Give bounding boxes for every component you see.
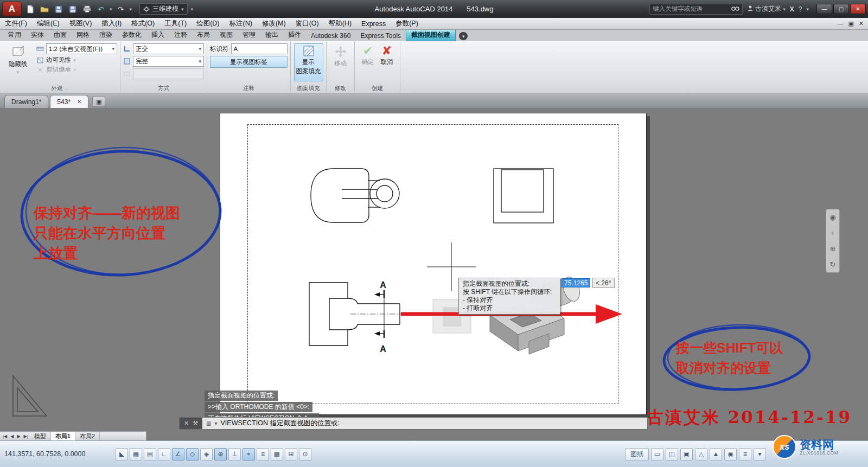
minimize-button[interactable]: — <box>816 4 832 14</box>
menu-parametric[interactable]: 参数(P) <box>391 18 423 29</box>
ribbon-tab-autodesk360[interactable]: Autodesk 360 <box>306 31 355 41</box>
annotation-scale-icon[interactable]: △ <box>695 448 707 460</box>
grid-toggle[interactable]: ▤ <box>144 448 156 460</box>
menu-dimension[interactable]: 标注(N) <box>225 18 257 29</box>
ui-lock-icon[interactable]: ≡ <box>739 448 751 460</box>
layout-nav-first-icon[interactable]: |◀ <box>1 434 9 439</box>
doc-close-icon[interactable]: ✕ <box>859 20 864 27</box>
workspace-switch-icon[interactable]: ◉ <box>724 448 737 460</box>
quick-properties-toggle[interactable]: ⊞ <box>285 448 297 460</box>
file-tab-close-icon[interactable]: ✕ <box>77 99 81 105</box>
plot-icon[interactable] <box>81 4 92 15</box>
3d-object-snap-toggle[interactable]: ◈ <box>200 448 213 460</box>
ribbon-tab-solid[interactable]: 实体 <box>26 29 49 41</box>
show-hatch-toggle[interactable]: 显示 图案填充 <box>294 43 323 81</box>
menu-file[interactable]: 文件(F) <box>0 18 32 29</box>
snap-toggle[interactable]: ▦ <box>130 448 142 460</box>
command-line[interactable]: ✕ ⚒ ▥ ▾ VIEWSECTION 指定截面视图的位置或: <box>179 417 648 430</box>
menu-draw[interactable]: 绘图(D) <box>192 18 224 29</box>
command-input-area[interactable]: ▥ ▾ VIEWSECTION 指定截面视图的位置或: <box>202 418 340 429</box>
application-menu-button[interactable]: A <box>2 2 22 16</box>
transparency-toggle[interactable]: ▩ <box>271 448 283 460</box>
menu-window[interactable]: 窗口(O) <box>291 18 324 29</box>
ribbon-tab-view[interactable]: 视图 <box>215 29 238 41</box>
close-button[interactable]: ✕ <box>850 4 866 14</box>
quick-view-drawings-icon[interactable]: ▣ <box>680 448 693 460</box>
doc-minimize-icon[interactable]: — <box>837 20 843 27</box>
orbit-icon[interactable]: ↻ <box>830 260 836 268</box>
zoom-icon[interactable]: ⊕ <box>830 245 836 253</box>
ribbon-tab-layout[interactable]: 布局 <box>192 29 215 41</box>
show-view-label-button[interactable]: 显示视图标签 <box>210 56 288 68</box>
layout-nav-prev-icon[interactable]: ◀ <box>9 434 15 439</box>
dynamic-ucs-toggle[interactable]: ⊥ <box>228 448 241 460</box>
ribbon-tab-manage[interactable]: 管理 <box>238 29 260 41</box>
sign-in-control[interactable]: 古滇艾米 ▾ <box>747 4 786 14</box>
redo-icon[interactable]: ↷ <box>116 4 126 15</box>
recent-commands-dropdown-icon[interactable]: ▾ <box>214 420 217 426</box>
ribbon-display-toggle[interactable]: ▾ <box>459 32 468 40</box>
status-menu-icon[interactable]: ▾ <box>754 448 766 460</box>
ortho-toggle[interactable]: ∟ <box>158 448 170 460</box>
help-icon[interactable]: ? <box>799 5 802 13</box>
object-snap-tracking-toggle[interactable]: ⊕ <box>214 448 227 460</box>
dynamic-input-distance-field[interactable]: 75.1265 <box>561 278 590 287</box>
recent-commands-icon[interactable]: ▥ <box>206 420 211 426</box>
ribbon-tab-express-tools[interactable]: Express Tools <box>355 31 405 41</box>
qat-overflow-icon[interactable]: ▾ <box>191 7 194 12</box>
undo-dropdown-icon[interactable]: ▾ <box>110 7 112 12</box>
ribbon-tab-insert[interactable]: 插入 <box>146 29 169 41</box>
lineweight-toggle[interactable]: ≡ <box>257 448 269 460</box>
dynamic-input-toggle[interactable]: ⌖ <box>242 448 255 460</box>
ribbon-tab-annotate[interactable]: 注释 <box>169 29 192 41</box>
new-file-icon[interactable] <box>25 4 36 15</box>
file-tab-drawing1[interactable]: Drawing1* <box>4 95 48 108</box>
menu-express[interactable]: Express <box>356 18 391 29</box>
panel-hatch-title[interactable]: 图案填充 <box>291 85 326 92</box>
menu-edit[interactable]: 编辑(E) <box>32 18 65 29</box>
panel-annotation-title[interactable]: 注释 <box>207 85 290 92</box>
layout-nav-last-icon[interactable]: ▶| <box>22 434 30 439</box>
pan-icon[interactable]: + <box>831 229 835 237</box>
infer-constraints-toggle[interactable]: ◣ <box>116 448 128 460</box>
quick-view-layouts-icon[interactable]: ◫ <box>666 448 678 460</box>
drawing-canvas[interactable]: A A <box>0 108 868 440</box>
redo-dropdown-icon[interactable]: ▾ <box>130 7 132 12</box>
menu-insert[interactable]: 插入(I) <box>97 18 126 29</box>
exchange-apps-icon[interactable]: X <box>790 5 794 13</box>
maximize-button[interactable]: ▢ <box>833 4 849 14</box>
polar-tracking-toggle[interactable]: ∠ <box>172 448 184 460</box>
layout-tab-layout2[interactable]: 布局2 <box>75 432 100 440</box>
annotation-visibility-icon[interactable]: ▲ <box>710 448 722 460</box>
edge-visibility-row[interactable]: 边可见性 ▾ <box>36 56 117 64</box>
ribbon-tab-home[interactable]: 常用 <box>3 29 26 41</box>
paper-space-button[interactable]: 图纸 <box>625 448 649 460</box>
object-snap-toggle[interactable]: ◇ <box>186 448 199 460</box>
ribbon-tab-parametric[interactable]: 参数化 <box>117 29 146 41</box>
save-as-icon[interactable] <box>67 4 78 15</box>
ribbon-tab-output[interactable]: 输出 <box>260 29 283 41</box>
undo-icon[interactable]: ↶ <box>95 4 106 15</box>
menu-help[interactable]: 帮助(H) <box>324 18 356 29</box>
ribbon-tab-section-view-creation[interactable]: 截面视图创建 <box>406 29 456 41</box>
help-search-input[interactable]: 键入关键字或短语 <box>649 4 743 15</box>
ribbon-tab-render[interactable]: 渲染 <box>94 29 117 41</box>
panel-create-title[interactable]: 创建 <box>355 85 400 92</box>
layout-tab-layout1[interactable]: 布局1 <box>51 432 75 440</box>
panel-appearance-title[interactable]: 外观 ⌄ <box>0 85 120 92</box>
view-scale-select[interactable]: 1:2 (来自父视图(F)) ▾ <box>46 43 117 54</box>
command-close-icon[interactable]: ✕ <box>184 420 189 427</box>
hidden-lines-button[interactable]: 隐藏线 ▾ <box>3 43 33 84</box>
workspace-switcher[interactable]: 三维建模 ▾ <box>139 3 188 15</box>
model-paper-toggle-icon[interactable]: ▭ <box>651 448 663 460</box>
layout-tab-model[interactable]: 模型 <box>30 432 51 440</box>
panel-modify-title[interactable]: 修改 <box>327 85 354 92</box>
file-tab-543[interactable]: 543* ✕ <box>50 95 88 108</box>
new-drawing-tab-button[interactable]: ▣ <box>92 96 105 107</box>
customize-wrench-icon[interactable]: ⚒ <box>193 420 198 427</box>
depth-select[interactable]: 完整 ▾ <box>133 56 204 67</box>
panel-method-title[interactable]: 方式 <box>120 85 207 92</box>
doc-restore-icon[interactable]: ▣ <box>848 20 853 27</box>
menu-modify[interactable]: 修改(M) <box>257 18 291 29</box>
save-icon[interactable] <box>53 4 64 15</box>
